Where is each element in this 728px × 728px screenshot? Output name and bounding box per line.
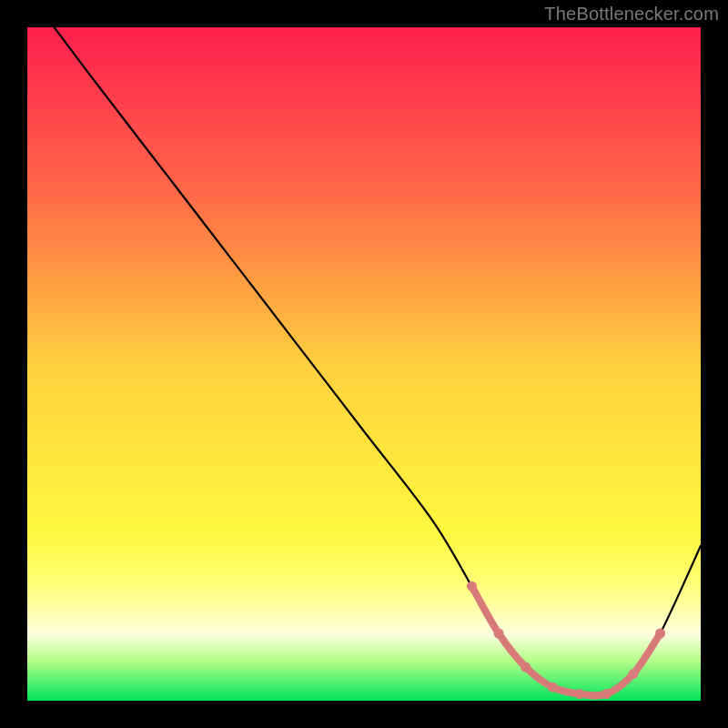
chart-background: [27, 27, 701, 701]
flat-marker-dot: [521, 662, 531, 672]
flat-marker-dot: [494, 629, 504, 639]
chart-stage: TheBottlenecker.com: [0, 0, 728, 728]
flat-marker-dot: [467, 581, 477, 592]
attribution-text: TheBottlenecker.com: [544, 4, 719, 25]
bottleneck-chart: [27, 27, 701, 701]
flat-marker-dot: [629, 669, 639, 679]
flat-marker-dot: [602, 689, 612, 699]
flat-marker-dot: [574, 689, 584, 699]
flat-marker-dot: [548, 682, 558, 693]
flat-marker-dot: [655, 629, 665, 639]
